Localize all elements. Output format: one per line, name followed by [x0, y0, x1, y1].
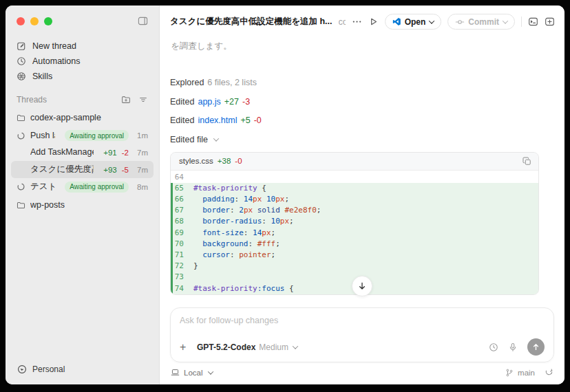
line-number: 67: [171, 205, 193, 216]
additions-count: +93: [103, 166, 117, 174]
thread-title: タスクに優先度高中低設定機能を追加 h...: [170, 16, 332, 28]
thread-time: 8m: [134, 183, 148, 191]
deletions-count: -5: [122, 166, 129, 174]
thread-time: 7m: [134, 166, 148, 174]
scroll-to-bottom-button[interactable]: [352, 276, 372, 296]
status-badge: Awaiting approval: [65, 130, 129, 141]
folder-icon: [16, 113, 25, 122]
commit-label: Commit: [468, 17, 499, 27]
timeline-event: Edited file: [170, 135, 554, 144]
diff-body: 64 65#task-priority {66 padding: 14px 10…: [171, 171, 538, 294]
sidebar-toggle-icon[interactable]: [138, 16, 148, 26]
microphone-icon[interactable]: [508, 342, 518, 352]
threads-section-header: Threads: [6, 84, 159, 108]
project-row[interactable]: wp-posts: [11, 197, 154, 213]
chevron-down-icon[interactable]: [207, 369, 213, 374]
timeline-event: Editedindex.html+5-0: [170, 116, 554, 125]
line-number: 70: [171, 239, 193, 250]
thread-title: Push latest ...: [30, 131, 55, 140]
thread-row[interactable]: タスクに優先度高中低設...+93-57m: [11, 161, 154, 178]
diff-line: 70 background: #fff;: [171, 239, 538, 250]
diff-header[interactable]: styles.css +38 -0: [171, 153, 538, 171]
diff-line: 71 cursor: pointer;: [171, 250, 538, 261]
close-window-button[interactable]: [17, 17, 25, 25]
additions-count: +5: [240, 116, 250, 125]
run-icon[interactable]: [368, 17, 379, 27]
project-row[interactable]: codex-app-sample: [11, 110, 154, 125]
composer[interactable]: Ask for follow-up changes + GPT-5.2-Code…: [170, 307, 554, 362]
code-text: padding: 14px 10px;: [193, 194, 289, 205]
git-commit-icon: [455, 17, 465, 27]
sidebar-item-automations[interactable]: Automations: [11, 54, 154, 69]
line-number: 65: [171, 183, 193, 194]
commit-button[interactable]: Commit: [447, 14, 515, 30]
refresh-icon[interactable]: [545, 368, 553, 377]
spinner-icon: [16, 182, 25, 191]
sidebar: New threadAutomationsSkills Threads code…: [6, 6, 160, 384]
deletions-count: -0: [235, 157, 242, 165]
thread-row[interactable]: Push latest ...Awaiting approval1m: [11, 127, 154, 144]
code-text: border-radius: 10px;: [193, 216, 294, 227]
main-panel: タスクに優先度高中低設定機能を追加 h... codex-app-sampl O…: [160, 6, 564, 384]
composer-input[interactable]: Ask for follow-up changes: [180, 316, 545, 325]
sidebar-nav: New threadAutomationsSkills: [6, 33, 159, 84]
file-link[interactable]: index.html: [198, 116, 237, 125]
thread-row[interactable]: テストを実...Awaiting approval8m: [11, 178, 154, 195]
clock-icon[interactable]: [489, 342, 498, 352]
project-name: codex-app-sampl: [339, 17, 346, 27]
minimize-window-button[interactable]: [30, 17, 39, 25]
thread-time: 1m: [134, 131, 148, 140]
line-number: 74: [171, 283, 193, 294]
attach-plus-icon[interactable]: +: [180, 342, 193, 353]
chevron-down-icon[interactable]: [213, 135, 219, 141]
environment-selector[interactable]: Local: [184, 369, 203, 377]
chevron-down-icon[interactable]: [293, 343, 298, 349]
sidebar-item-skills[interactable]: Skills: [11, 69, 154, 84]
additions-count: +91: [103, 149, 117, 157]
model-effort[interactable]: Medium: [259, 342, 288, 352]
new-panel-icon[interactable]: [545, 17, 555, 27]
diff-line: 68 border-radius: 10px;: [171, 216, 538, 227]
copy-icon[interactable]: [522, 157, 531, 166]
open-label: Open: [405, 17, 426, 27]
open-button[interactable]: Open: [385, 14, 442, 30]
diff-filename: styles.css: [179, 157, 213, 165]
account-label: Personal: [32, 364, 65, 374]
timeline-event: Explored6 files, 2 lists: [170, 78, 554, 87]
line-number: 73: [171, 272, 193, 283]
account-switcher[interactable]: Personal: [6, 358, 159, 384]
code-text: #task-priority {: [193, 183, 266, 194]
thread-header: タスクに優先度高中低設定機能を追加 h... codex-app-sampl O…: [160, 6, 564, 32]
thread-row[interactable]: Add TaskManagerクラス...+91-27m: [11, 144, 154, 161]
model-name[interactable]: GPT-5.2-Codex: [197, 342, 255, 352]
code-text: font-size: 14px;: [193, 228, 275, 239]
filter-icon[interactable]: [138, 95, 148, 105]
assistant-text: を調査します。: [171, 41, 554, 52]
send-button[interactable]: [527, 338, 545, 356]
additions-count: +27: [224, 97, 239, 107]
event-verb: Explored: [170, 78, 204, 87]
app-window: New threadAutomationsSkills Threads code…: [6, 6, 564, 384]
zoom-window-button[interactable]: [44, 17, 52, 25]
folder-icon: [16, 201, 25, 210]
diff-line: 72}: [171, 261, 538, 272]
terminal-icon[interactable]: [528, 17, 538, 27]
thread-title: wp-posts: [30, 200, 65, 210]
branch-name[interactable]: main: [518, 369, 535, 377]
event-verb: Edited: [170, 116, 194, 125]
profile-icon: [17, 364, 27, 374]
file-link[interactable]: app.js: [198, 97, 220, 107]
thread-timeline[interactable]: を調査します。 Explored6 files, 2 listsEditedap…: [160, 32, 564, 307]
diff-line: 64: [171, 172, 538, 183]
code-text: [193, 272, 198, 283]
code-text: #task-priority:focus {: [193, 283, 294, 294]
line-number: 64: [171, 172, 193, 183]
folder-plus-icon[interactable]: [121, 95, 131, 105]
thread-title: codex-app-sample: [30, 113, 101, 122]
event-detail: 6 files, 2 lists: [207, 78, 257, 87]
deletions-count: -2: [122, 149, 129, 157]
threads-label: Threads: [17, 95, 47, 105]
code-text: }: [193, 261, 198, 272]
sidebar-item-new-thread[interactable]: New thread: [11, 39, 154, 54]
more-icon[interactable]: [352, 17, 362, 27]
